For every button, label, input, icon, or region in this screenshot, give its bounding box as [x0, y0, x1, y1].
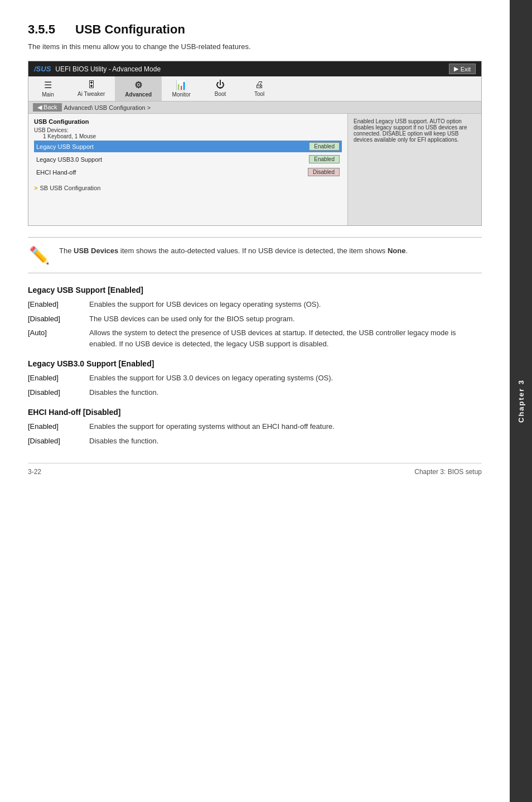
legacy-usb30-heading: Legacy USB3.0 Support [Enabled] — [28, 359, 482, 368]
bios-body: USB Configuration USB Devices: 1 Keyboar… — [28, 114, 481, 225]
note-box: ✏️ The USB Devices item shows the auto-d… — [28, 237, 482, 273]
bios-right-panel: Enabled Legacy USB support. AUTO option … — [347, 114, 481, 225]
page-footer: 3-22 Chapter 3: BIOS setup — [28, 463, 482, 476]
option-desc: Enables the support for operating system… — [89, 421, 482, 432]
option-key: [Disabled] — [28, 313, 78, 325]
nav-monitor[interactable]: 📊 Monitor — [162, 76, 201, 101]
section-number: 3.5.5 — [28, 22, 55, 36]
ehci-options: [Enabled] Enables the support for operat… — [28, 421, 482, 446]
section-title: 3.5.5 USB Configuration — [28, 22, 482, 37]
section-title-text: USB Configuration — [75, 22, 185, 36]
option-desc: Enables the support for USB devices on l… — [89, 299, 482, 310]
option-row: [Disabled] The USB devices can be used o… — [28, 313, 482, 325]
advanced-icon: ⚙ — [134, 80, 142, 90]
section-subtitle: The items in this menu allow you to chan… — [28, 42, 482, 51]
legacy-usb30-label: Legacy USB3.0 Support — [36, 156, 102, 163]
legacy-usb30-value: Enabled — [309, 155, 340, 163]
submenu-arrow-icon: > — [34, 185, 37, 191]
option-key: [Enabled] — [28, 421, 78, 432]
option-key: [Auto] — [28, 327, 78, 349]
boot-icon: ⏻ — [216, 80, 225, 90]
option-desc: Disables the function. — [89, 387, 482, 398]
bios-window: /SUS UEFI BIOS Utility - Advanced Mode ▶… — [28, 61, 482, 226]
option-desc: Enables the support for USB 3.0 devices … — [89, 373, 482, 384]
bios-breadcrumb: ◀ Back Advanced\ USB Configuration > — [28, 102, 481, 114]
asus-logo: /SUS — [34, 65, 51, 73]
section-legacy-usb30: Legacy USB3.0 Support [Enabled] [Enabled… — [28, 359, 482, 398]
legacy-usb-heading: Legacy USB Support [Enabled] — [28, 286, 482, 294]
bios-help-text: Enabled Legacy USB support. AUTO option … — [354, 118, 467, 143]
ehci-value: Disabled — [308, 168, 340, 176]
nav-ai-tweaker[interactable]: 🎛 Ai Tweaker — [67, 76, 115, 101]
option-desc: The USB devices can be used only for the… — [89, 313, 482, 325]
option-key: [Disabled] — [28, 387, 78, 398]
option-key: [Enabled] — [28, 373, 78, 384]
bios-option-ehci[interactable]: EHCI Hand-off Disabled — [34, 166, 342, 178]
bios-title: UEFI BIOS Utility - Advanced Mode — [55, 65, 161, 73]
nav-main[interactable]: ☰ Main — [28, 76, 67, 101]
submenu-label: SB USB Configuration — [40, 185, 100, 191]
chapter-label: Chapter 3 — [517, 379, 525, 423]
bios-titlebar-left: /SUS UEFI BIOS Utility - Advanced Mode — [34, 65, 161, 73]
legacy-usb30-options: [Enabled] Enables the support for USB 3.… — [28, 373, 482, 398]
bios-config-title: USB Configuration — [34, 118, 342, 125]
bios-left-panel: USB Configuration USB Devices: 1 Keyboar… — [28, 114, 347, 225]
footer-left: 3-22 — [28, 468, 41, 476]
ehci-heading: EHCI Hand-off [Disabled] — [28, 408, 482, 417]
breadcrumb-path: Advanced\ USB Configuration > — [64, 104, 151, 111]
bios-option-legacy-usb30[interactable]: Legacy USB3.0 Support Enabled — [34, 153, 342, 165]
footer-right: Chapter 3: BIOS setup — [414, 468, 482, 476]
chapter-sidebar: Chapter 3 — [510, 0, 532, 802]
ehci-label: EHCI Hand-off — [36, 169, 76, 176]
option-key: [Disabled] — [28, 436, 78, 447]
tool-icon: 🖨 — [255, 80, 264, 90]
main-icon: ☰ — [44, 80, 52, 90]
nav-boot[interactable]: ⏻ Boot — [201, 76, 240, 101]
note-icon: ✏️ — [28, 245, 50, 265]
option-key: [Enabled] — [28, 299, 78, 310]
note-text: The USB Devices item shows the auto-dete… — [59, 245, 408, 257]
ai-tweaker-icon: 🎛 — [87, 80, 96, 90]
option-row: [Enabled] Enables the support for USB de… — [28, 299, 482, 310]
legacy-usb-options: [Enabled] Enables the support for USB de… — [28, 299, 482, 349]
usb-devices-label: USB Devices: — [34, 127, 69, 133]
exit-button[interactable]: ▶ Exit — [449, 64, 476, 74]
bios-nav: ☰ Main 🎛 Ai Tweaker ⚙ Advanced 📊 Monitor… — [28, 76, 481, 102]
option-row: [Enabled] Enables the support for USB 3.… — [28, 373, 482, 384]
tool-label: Tool — [254, 91, 264, 97]
nav-advanced[interactable]: ⚙ Advanced — [115, 76, 162, 101]
exit-icon: ▶ — [454, 65, 458, 73]
ai-tweaker-label: Ai Tweaker — [78, 91, 105, 97]
option-desc: Disables the function. — [89, 436, 482, 447]
section-legacy-usb: Legacy USB Support [Enabled] [Enabled] E… — [28, 286, 482, 349]
option-row: [Enabled] Enables the support for operat… — [28, 421, 482, 432]
option-desc: Allows the system to detect the presence… — [89, 327, 482, 349]
nav-tool[interactable]: 🖨 Tool — [240, 76, 279, 101]
boot-label: Boot — [215, 91, 226, 97]
bios-titlebar: /SUS UEFI BIOS Utility - Advanced Mode ▶… — [28, 61, 481, 76]
bios-submenu-sb-usb[interactable]: > SB USB Configuration — [34, 185, 342, 191]
advanced-label: Advanced — [125, 91, 152, 98]
legacy-usb-value: Enabled — [309, 142, 340, 151]
monitor-label: Monitor — [172, 91, 190, 98]
legacy-usb-label: Legacy USB Support — [36, 143, 94, 150]
bios-option-legacy-usb[interactable]: Legacy USB Support Enabled — [34, 141, 342, 152]
option-row: [Disabled] Disables the function. — [28, 387, 482, 398]
section-ehci: EHCI Hand-off [Disabled] [Enabled] Enabl… — [28, 408, 482, 446]
option-row: [Disabled] Disables the function. — [28, 436, 482, 447]
back-button[interactable]: ◀ Back — [33, 103, 62, 112]
usb-devices-value: 1 Keyboard, 1 Mouse — [43, 133, 96, 139]
exit-label: Exit — [461, 66, 471, 73]
option-row: [Auto] Allows the system to detect the p… — [28, 327, 482, 349]
main-label: Main — [42, 91, 54, 98]
back-label: Back — [43, 104, 57, 110]
bios-device-info: USB Devices: 1 Keyboard, 1 Mouse — [34, 127, 342, 139]
monitor-icon: 📊 — [176, 80, 187, 90]
